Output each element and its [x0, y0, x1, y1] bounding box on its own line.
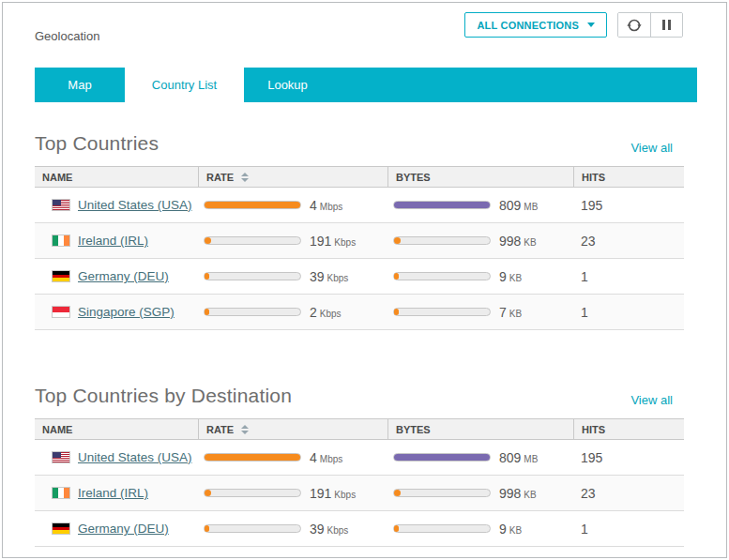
bytes-bar-fill	[394, 273, 399, 280]
top-countries-destination-table: NAME RATE BYTES HITS United States (USA)	[35, 418, 684, 547]
country-link[interactable]: Germany (DEU)	[78, 269, 169, 283]
sort-icon[interactable]	[241, 173, 249, 182]
bytes-bar-fill	[394, 202, 490, 208]
bytes-value: 809MB	[499, 450, 538, 465]
bytes-value: 998KB	[499, 234, 537, 249]
all-connections-label: ALL CONNECTIONS	[477, 20, 579, 31]
bytes-bar-track	[393, 308, 491, 316]
bytes-number: 9	[499, 269, 507, 284]
view-all-link[interactable]: View all	[630, 393, 684, 407]
rate-number: 4	[310, 450, 317, 465]
country-link[interactable]: Ireland (IRL)	[78, 486, 148, 500]
tab-bar: Map Country List Lookup	[35, 68, 697, 102]
bytes-bar-track	[393, 201, 491, 209]
table-body: United States (USA) 4Mbps 809MB 195	[35, 188, 684, 330]
country-link[interactable]: United States (USA)	[78, 198, 192, 212]
rate-cell: 191Kbps	[198, 234, 387, 249]
bytes-value: 9KB	[499, 269, 522, 284]
all-connections-button[interactable]: ALL CONNECTIONS	[464, 12, 607, 38]
rate-cell: 191Kbps	[198, 486, 387, 501]
refresh-button[interactable]	[618, 13, 650, 37]
hits-cell: 195	[573, 198, 684, 213]
table-row: United States (USA) 4Mbps 809MB 195	[35, 188, 684, 223]
table-header-row: NAME RATE BYTES HITS	[35, 418, 684, 440]
section-header-top-countries-destination: Top Countries by Destination View all	[35, 385, 684, 407]
rate-value: 39Kbps	[310, 522, 348, 537]
bytes-number: 998	[499, 234, 521, 249]
bytes-unit: KB	[524, 490, 536, 500]
chevron-down-icon	[587, 23, 595, 27]
flag-usa-icon	[52, 199, 70, 211]
pause-icon	[662, 20, 671, 30]
column-header-rate[interactable]: RATE	[198, 419, 387, 439]
page-content: Top Countries View all NAME RATE BYTES H…	[3, 132, 684, 547]
bytes-bar-track	[393, 453, 491, 462]
rate-bar-track	[204, 308, 301, 316]
table-row: Singapore (SGP) 2Kbps 7KB 1	[35, 295, 684, 330]
name-cell: Singapore (SGP)	[35, 305, 198, 319]
bytes-unit: KB	[509, 273, 522, 283]
bytes-number: 809	[499, 198, 521, 213]
column-header-rate[interactable]: RATE	[198, 167, 387, 187]
bytes-cell: 998KB	[387, 234, 573, 249]
bytes-value: 7KB	[499, 305, 522, 320]
rate-unit: Kbps	[334, 490, 356, 500]
column-header-bytes: BYTES	[387, 167, 573, 187]
column-header-rate-label: RATE	[206, 172, 234, 183]
name-cell: Germany (DEU)	[35, 522, 198, 536]
hits-cell: 1	[573, 305, 684, 320]
table-row: Ireland (IRL) 191Kbps 998KB 23	[35, 476, 684, 511]
column-header-rate-label: RATE	[206, 424, 234, 435]
country-link[interactable]: Ireland (IRL)	[78, 234, 148, 248]
column-header-name: NAME	[35, 419, 198, 439]
tab-country-list[interactable]: Country List	[125, 68, 244, 102]
section-title: Top Countries	[35, 132, 159, 155]
table-row: Germany (DEU) 39Kbps 9KB 1	[35, 259, 684, 295]
top-bar: Geolocation ALL CONNECTIONS	[3, 3, 726, 43]
hits-cell: 195	[573, 450, 684, 465]
page-frame: Geolocation ALL CONNECTIONS	[2, 2, 727, 558]
bytes-bar-track	[393, 489, 491, 497]
rate-unit: Mbps	[320, 202, 342, 212]
tab-map[interactable]: Map	[35, 68, 125, 102]
page-title: Geolocation	[35, 29, 99, 43]
rate-bar-fill	[205, 273, 209, 280]
column-header-bytes: BYTES	[387, 419, 573, 439]
rate-bar-fill	[205, 454, 300, 461]
bytes-cell: 7KB	[387, 305, 573, 320]
bytes-cell: 998KB	[387, 486, 573, 501]
country-link[interactable]: Singapore (SGP)	[78, 305, 175, 319]
column-header-name: NAME	[35, 167, 198, 187]
country-link[interactable]: United States (USA)	[78, 450, 192, 464]
rate-bar-fill	[205, 309, 209, 315]
rate-bar-fill	[205, 237, 211, 244]
pause-button[interactable]	[650, 13, 682, 37]
rate-number: 39	[310, 522, 325, 537]
bytes-bar-fill	[394, 490, 401, 496]
flag-ireland-icon	[52, 235, 70, 247]
bytes-unit: KB	[509, 525, 522, 536]
rate-bar-track	[204, 453, 301, 462]
rate-bar-fill	[205, 525, 209, 532]
rate-cell: 39Kbps	[198, 522, 387, 537]
bytes-cell: 809MB	[387, 450, 573, 465]
name-cell: Ireland (IRL)	[35, 234, 198, 248]
rate-value: 4Mbps	[310, 198, 342, 213]
bytes-unit: MB	[524, 454, 538, 464]
bytes-unit: KB	[524, 237, 536, 248]
tab-lookup[interactable]: Lookup	[244, 68, 331, 102]
rate-cell: 4Mbps	[198, 450, 387, 465]
rate-bar-track	[204, 489, 301, 497]
rate-unit: Kbps	[334, 237, 356, 248]
table-header-row: NAME RATE BYTES HITS	[35, 166, 684, 188]
table-row: Germany (DEU) 39Kbps 9KB 1	[35, 511, 684, 547]
sort-icon[interactable]	[241, 425, 249, 434]
view-all-link[interactable]: View all	[630, 141, 684, 155]
name-cell: Germany (DEU)	[35, 269, 198, 283]
hits-cell: 23	[573, 486, 684, 501]
rate-bar-track	[204, 201, 301, 209]
column-header-hits: HITS	[573, 167, 684, 187]
rate-number: 2	[310, 305, 317, 320]
name-cell: United States (USA)	[35, 198, 198, 212]
country-link[interactable]: Germany (DEU)	[78, 522, 169, 536]
